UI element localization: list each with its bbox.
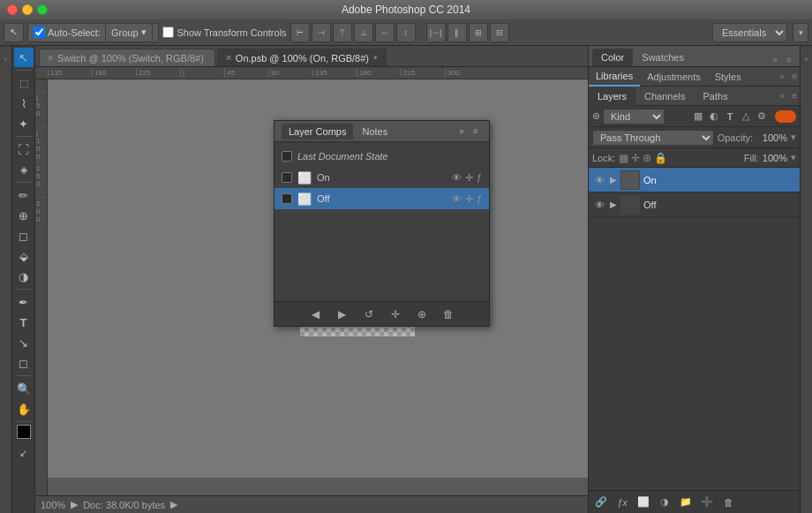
path-select-tool[interactable]: ↘ bbox=[14, 333, 34, 352]
shape-tool[interactable]: ◻ bbox=[14, 353, 34, 373]
layer-on-eye-icon[interactable]: 👁 bbox=[592, 173, 606, 187]
lc-row-on[interactable]: ⬜ On 👁 ✛ ƒ bbox=[274, 167, 489, 188]
layer-on-arrow[interactable]: ▶ bbox=[610, 175, 617, 185]
maximize-button[interactable] bbox=[37, 4, 48, 15]
close-button[interactable] bbox=[7, 4, 18, 15]
styles-tab[interactable]: Styles bbox=[708, 67, 748, 87]
canvas-tab-on[interactable]: ✕ On.psb @ 100% (On, RGB/8#) ✦ bbox=[217, 49, 387, 66]
lc-menu-icon[interactable]: ≡ bbox=[470, 125, 482, 138]
lc-row-last[interactable]: Last Document State bbox=[274, 146, 489, 167]
rp-fx-btn[interactable]: ƒx bbox=[613, 494, 631, 510]
lc-off-fx-icon[interactable]: ƒ bbox=[477, 193, 482, 205]
filter-smart-icon[interactable]: ⚙ bbox=[755, 109, 769, 124]
lc-move-icon[interactable]: ✛ bbox=[465, 172, 473, 184]
rp-group-btn[interactable]: 📁 bbox=[677, 494, 695, 510]
workspace-arrow[interactable]: ▾ bbox=[793, 23, 808, 42]
dist-v-icon[interactable]: ‖ bbox=[447, 23, 467, 42]
rp-new-layer-btn[interactable]: ➕ bbox=[698, 494, 716, 510]
align-left-icon[interactable]: ⊢ bbox=[290, 23, 310, 42]
lc-off-move-icon[interactable]: ✛ bbox=[465, 193, 473, 205]
move-tool[interactable]: ↖ bbox=[14, 48, 34, 67]
clone-tool[interactable]: ⊕ bbox=[14, 206, 34, 225]
marquee-tool[interactable]: ⬚ bbox=[14, 73, 34, 93]
eyedropper-tool[interactable]: ◈ bbox=[14, 160, 34, 179]
filter-vector-icon[interactable]: △ bbox=[739, 109, 753, 124]
dodge-tool[interactable]: ◑ bbox=[14, 267, 34, 286]
foreground-color[interactable] bbox=[17, 425, 31, 439]
group-dropdown[interactable]: Group ▾ bbox=[105, 23, 153, 42]
rp-top-expand[interactable]: » bbox=[768, 52, 782, 66]
layer-off-arrow[interactable]: ▶ bbox=[610, 200, 617, 209]
brush-tool[interactable]: ✏ bbox=[14, 185, 34, 205]
rp-layer-menu[interactable]: ≡ bbox=[789, 91, 800, 101]
lc-delete-btn[interactable]: 🗑 bbox=[439, 306, 458, 323]
lc-expand-icon[interactable]: » bbox=[455, 125, 468, 138]
right-collapse-btn[interactable]: » bbox=[802, 49, 811, 69]
collapse-btn[interactable]: « bbox=[2, 49, 11, 69]
lc-checkbox-off[interactable] bbox=[282, 193, 292, 204]
paint-bucket-tool[interactable]: ⬙ bbox=[14, 246, 34, 266]
move-tool-btn[interactable]: ↖ bbox=[4, 23, 24, 42]
rp-mask-btn[interactable]: ⬜ bbox=[635, 494, 652, 510]
lock-all-icon[interactable]: 🔒 bbox=[654, 152, 667, 164]
align-right-icon[interactable]: ⊤ bbox=[333, 23, 352, 42]
lc-next-btn[interactable]: ▶ bbox=[333, 306, 352, 323]
rp-mid-menu[interactable]: ≡ bbox=[789, 72, 800, 81]
lc-add-btn[interactable]: ⊕ bbox=[412, 306, 432, 323]
rp-adjust-btn[interactable]: ◑ bbox=[656, 494, 673, 510]
arrow-down-tool[interactable]: ↙ bbox=[14, 443, 34, 463]
filter-toggle[interactable] bbox=[775, 110, 796, 123]
eraser-tool[interactable]: ◻ bbox=[14, 226, 34, 245]
auto-select-checkbox[interactable] bbox=[34, 26, 45, 38]
crop-tool[interactable]: ⛶ bbox=[14, 140, 34, 159]
lc-update-btn[interactable]: ✛ bbox=[386, 306, 405, 323]
layer-row-on[interactable]: 👁 ▶ On bbox=[589, 168, 800, 192]
layer-off-eye-icon[interactable]: 👁 bbox=[592, 198, 606, 212]
filter-adjust-icon[interactable]: ◐ bbox=[707, 109, 721, 124]
magic-wand-tool[interactable]: ✦ bbox=[14, 114, 34, 133]
lasso-tool[interactable]: ⌇ bbox=[14, 94, 34, 113]
lc-checkbox-on[interactable] bbox=[282, 172, 292, 183]
channels-tab[interactable]: Channels bbox=[635, 87, 694, 106]
zoom-tool[interactable]: 🔍 bbox=[14, 379, 34, 398]
align-bottom-icon[interactable]: ↕ bbox=[396, 23, 416, 42]
layer-comps-tab[interactable]: Layer Comps bbox=[282, 124, 353, 140]
layer-row-off[interactable]: 👁 ▶ Off bbox=[589, 192, 800, 217]
rp-top-menu[interactable]: ≡ bbox=[782, 52, 796, 66]
lc-prev-btn[interactable]: ◀ bbox=[306, 306, 326, 323]
fill-arrow[interactable]: ▾ bbox=[791, 152, 796, 163]
lc-off-eye-icon[interactable]: 👁 bbox=[452, 193, 462, 205]
canvas-tab-switch[interactable]: ✕ Switch @ 100% (Switch, RGB/8#) bbox=[39, 49, 215, 66]
align-center-h-icon[interactable]: ⊣ bbox=[312, 23, 331, 42]
layer-filter-select[interactable]: Kind Name Effect Mode Attribute Color bbox=[603, 109, 665, 124]
align-top-icon[interactable]: ⊥ bbox=[354, 23, 373, 42]
libraries-tab[interactable]: Libraries bbox=[589, 67, 640, 87]
layers-tab[interactable]: Layers bbox=[589, 87, 635, 106]
notes-tab[interactable]: Notes bbox=[355, 124, 395, 140]
type-tool[interactable]: T bbox=[14, 313, 34, 332]
adjustments-tab[interactable]: Adjustments bbox=[640, 67, 708, 87]
opacity-arrow[interactable]: ▾ bbox=[791, 132, 796, 143]
pen-tool[interactable]: ✒ bbox=[14, 292, 34, 312]
align-center-v-icon[interactable]: ↔ bbox=[375, 23, 395, 42]
lc-checkbox-last[interactable] bbox=[282, 151, 292, 162]
lc-restore-btn[interactable]: ↺ bbox=[359, 306, 379, 323]
lc-row-off[interactable]: ⬜ Off 👁 ✛ ƒ bbox=[274, 188, 489, 209]
swatches-tab[interactable]: Swatches bbox=[633, 49, 693, 66]
color-tab[interactable]: Color bbox=[592, 49, 633, 66]
lock-position-icon[interactable]: ✛ bbox=[631, 152, 640, 164]
tab-close-switch[interactable]: ✕ bbox=[47, 53, 54, 63]
hand-tool[interactable]: ✋ bbox=[14, 399, 34, 419]
paths-tab[interactable]: Paths bbox=[695, 87, 737, 106]
lc-eye-icon[interactable]: 👁 bbox=[452, 172, 462, 184]
tab-close-on[interactable]: ✕ bbox=[225, 53, 232, 63]
dist-h-icon[interactable]: |↔| bbox=[426, 23, 446, 42]
lock-artboard-icon[interactable]: ⊕ bbox=[643, 152, 651, 164]
rp-layer-expand[interactable]: » bbox=[778, 91, 788, 101]
filter-type-icon[interactable]: T bbox=[723, 109, 737, 124]
minimize-button[interactable] bbox=[22, 4, 33, 15]
rp-delete-btn[interactable]: 🗑 bbox=[719, 494, 737, 510]
blend-mode-select[interactable]: Pass Through Normal Dissolve Multiply Sc… bbox=[592, 130, 714, 146]
transform-checkbox[interactable] bbox=[162, 26, 174, 38]
arrange-icon[interactable]: ⊞ bbox=[469, 23, 488, 42]
